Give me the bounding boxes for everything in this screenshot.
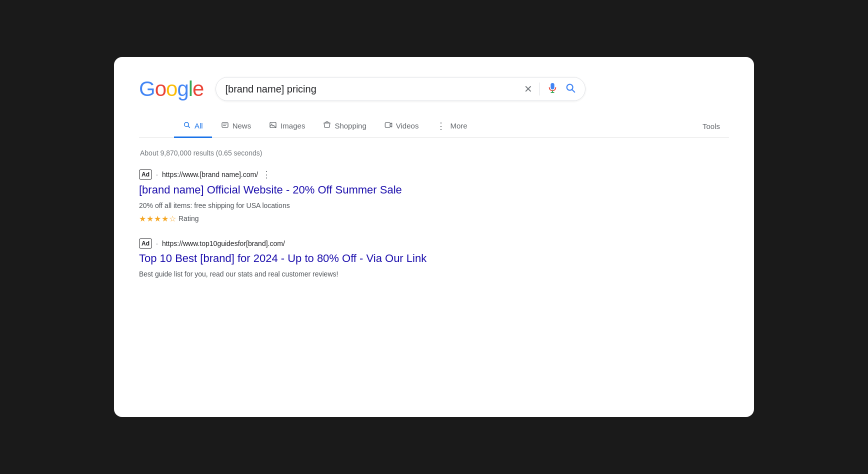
results-summary: About 9,870,000 results (0.65 seconds) [139,149,729,157]
tab-shopping[interactable]: Shopping [314,115,375,138]
search-header: Google ✕ [139,77,729,101]
search-input[interactable] [225,84,518,95]
more-tab-icon: ⋮ [436,122,446,130]
svg-rect-2 [222,122,228,127]
ad-meta-2: Ad · https://www.top10guidesfor[brand].c… [139,238,729,249]
tab-all-label: All [194,122,203,130]
news-tab-icon [221,121,229,130]
search-button-icon[interactable] [565,82,576,96]
search-bar-icons: ✕ [524,82,576,96]
tab-shopping-label: Shopping [334,122,366,130]
ad-meta-1: Ad · https://www.[brand name].com/ ⋮ [139,169,729,180]
shopping-tab-icon [323,121,331,130]
clear-icon[interactable]: ✕ [524,83,532,95]
ad-result-2: Ad · https://www.top10guidesfor[brand].c… [139,238,729,280]
ad-label-2: Ad [139,238,152,249]
ad-options-icon-1[interactable]: ⋮ [262,169,271,180]
tools-button[interactable]: Tools [694,116,729,136]
tab-videos-label: Videos [396,122,419,130]
ad-url-1: https://www.[brand name].com/ [162,170,258,178]
videos-tab-icon [384,121,392,130]
rating-label-1: Rating [178,214,198,222]
ad-title-1[interactable]: [brand name] Official Website - 20% Off … [139,183,729,198]
google-logo: Google [139,77,204,101]
tab-images[interactable]: Images [260,115,314,138]
ad-label-1: Ad [139,170,152,180]
svg-rect-5 [385,122,390,127]
ad-description-2: Best guide list for you, read our stats … [139,269,729,280]
ad-result-1: Ad · https://www.[brand name].com/ ⋮ [br… [139,169,729,224]
tab-news-label: News [232,122,252,130]
search-bar: ✕ [216,77,586,101]
tab-news[interactable]: News [212,115,260,138]
tab-videos[interactable]: Videos [376,115,428,138]
ad-title-2[interactable]: Top 10 Best [brand] for 2024 - Up to 80%… [139,252,729,266]
tab-images-label: Images [280,122,305,130]
microphone-icon[interactable] [547,82,558,96]
search-tab-icon [183,121,191,130]
ad-url-2: https://www.top10guidesfor[brand].com/ [162,240,285,248]
nav-tabs: All News Images [139,115,729,138]
rating-row-1: ★★★★☆ Rating [139,214,729,224]
divider [540,82,540,96]
tab-more[interactable]: ⋮ More [428,116,476,138]
tab-all[interactable]: All [174,115,212,138]
tab-more-label: More [450,122,467,130]
ad-description-1: 20% off all items: free shipping for USA… [139,200,729,211]
browser-window: Google ✕ [114,57,754,417]
star-rating-1: ★★★★☆ [139,214,176,224]
images-tab-icon [269,121,277,130]
